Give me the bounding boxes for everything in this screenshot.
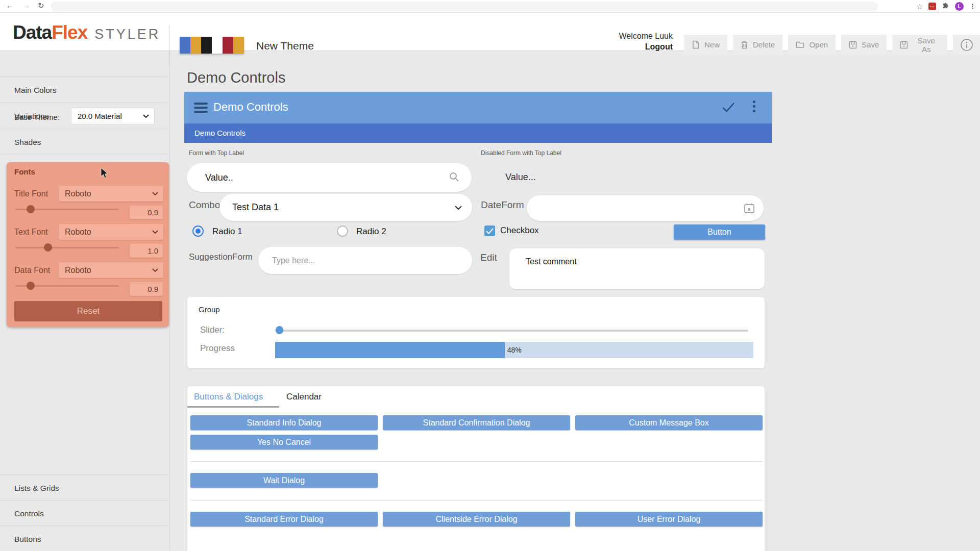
combo-select[interactable]: Test Data 1 [219,194,472,221]
logout-link[interactable]: Logout [645,42,673,51]
divider [190,500,763,500]
browser-menu-icon[interactable]: ⋮ [969,3,976,10]
tab-demo-controls[interactable]: Demo Controls [192,123,248,143]
sidebar-divider [0,155,169,155]
data-font-select[interactable]: Roboto [59,262,163,278]
user-error-dialog-button[interactable]: User Error Dialog [575,512,763,527]
value-input[interactable] [187,163,472,192]
standard-error-dialog-button[interactable]: Standard Error Dialog [190,512,378,527]
extension-icon[interactable]: ... [928,3,936,10]
calendar-icon[interactable] [744,203,755,214]
wait-dialog-button[interactable]: Wait Dialog [190,473,378,488]
data-font-size-value[interactable]: 0.9 [130,282,163,296]
save-button-label: Save [862,40,879,49]
checkbox[interactable] [484,226,495,236]
welcome-text: Welcome Luuk [619,31,673,41]
check-icon[interactable] [722,102,735,113]
back-icon[interactable]: ← [6,1,14,10]
puzzle-icon[interactable] [942,3,949,10]
theme-name: New Theme [256,40,314,52]
delete-button-label: Delete [753,40,775,49]
value-form-field[interactable] [187,163,472,192]
demo-slider[interactable] [275,326,748,334]
swatch-black [201,37,212,54]
progress-label: Progress [200,343,235,354]
group-title: Group [199,305,220,314]
address-bar[interactable] [51,2,878,11]
fonts-reset-button[interactable]: Reset [14,301,162,321]
fonts-panel: Fonts Title Font Roboto 0.9 Text Font Ro… [7,162,169,327]
avatar[interactable]: L [955,2,964,11]
swatch-blue [180,37,190,54]
radio2[interactable] [337,226,348,237]
progress-fill [275,342,505,358]
kebab-icon[interactable] [753,101,755,114]
delete-button[interactable]: Delete [733,35,782,55]
sidebar-item-shades[interactable]: Shades [0,129,169,155]
chevron-down-icon [152,192,158,195]
slider-thumb[interactable] [27,205,35,213]
progress-text: 48% [507,342,522,358]
screen: ← → ↻ ☆ ... L ⋮ DataFlex STYLER New Them… [0,0,980,551]
sidebar-item-main-colors[interactable]: Main Colors [0,77,169,103]
logo-styler: STYLER [94,27,160,42]
theme-color-swatches [180,37,244,54]
tab-calendar[interactable]: Calendar [286,392,322,402]
title-font-size-slider[interactable] [14,205,121,213]
clientside-error-dialog-button[interactable]: Clientside Error Dialog [383,512,570,527]
standard-info-dialog-button[interactable]: Standard Info Dialog [190,415,378,430]
edit-value: Test comment [526,257,577,266]
group-panel: Group Slider: Progress 48% [187,297,765,368]
new-doc-icon [692,40,700,49]
fonts-panel-title: Fonts [14,167,35,176]
hamburger-icon[interactable] [194,103,208,112]
sidebar-item-buttons[interactable]: Buttons [0,525,169,551]
text-font-label: Text Font [14,224,48,240]
swatch-white [212,37,223,54]
radio1[interactable] [192,226,204,237]
text-font-select[interactable]: Roboto [59,224,163,240]
suggestion-input[interactable] [258,247,472,274]
chevron-down-icon [152,268,158,272]
save-as-icon [900,41,908,49]
info-button[interactable] [953,35,980,55]
save-as-button[interactable]: Save As [892,35,947,55]
active-tab-underline [187,406,279,408]
title-font-size-value[interactable]: 0.9 [130,206,163,219]
demo-button[interactable]: Button [674,224,765,240]
browser-chrome: ← → ↻ ☆ ... L ⋮ [0,0,980,13]
sidebar-item-controls[interactable]: Controls [0,500,169,526]
new-button-label: New [704,40,720,49]
custom-message-box-button[interactable]: Custom Message Box [575,415,763,430]
standard-confirmation-dialog-button[interactable]: Standard Confirmation Dialog [383,415,570,430]
edit-textarea[interactable]: Test comment [509,248,765,289]
save-button[interactable]: Save [841,35,887,55]
slider-thumb[interactable] [44,243,52,252]
new-button[interactable]: New [684,35,727,55]
radio2-label: Radio 2 [356,227,386,237]
bookmark-star-icon[interactable]: ☆ [916,3,923,11]
tab-buttons-dialogs[interactable]: Buttons & Dialogs [194,392,263,402]
text-font-size-value[interactable]: 1.0 [130,244,163,258]
slider-thumb[interactable] [276,326,283,334]
open-button[interactable]: Open [788,35,836,55]
data-font-size-slider[interactable] [14,282,121,290]
title-font-select[interactable]: Roboto [59,186,163,202]
combo-value: Test Data 1 [232,194,279,221]
sidebar-item-variations[interactable]: Variations [0,103,169,129]
dataflex-logo: DataFlex STYLER [13,22,160,43]
text-font-size-slider[interactable] [14,243,121,252]
slider-thumb[interactable] [27,282,35,290]
dateform-field[interactable] [527,195,764,221]
reload-icon[interactable]: ↻ [38,1,44,10]
yes-no-cancel-button[interactable]: Yes No Cancel [190,435,378,449]
swatch-darkred [223,37,233,54]
forward-icon[interactable]: → [22,1,30,10]
save-icon [849,41,857,49]
edit-label: Edit [480,252,497,263]
text-font-value: Roboto [65,228,91,236]
appbar-title: Demo Controls [213,101,288,114]
data-font-value: Roboto [65,266,91,274]
suggestion-form-field[interactable] [258,247,472,274]
sidebar-item-lists-grids[interactable]: Lists & Grids [0,474,169,500]
